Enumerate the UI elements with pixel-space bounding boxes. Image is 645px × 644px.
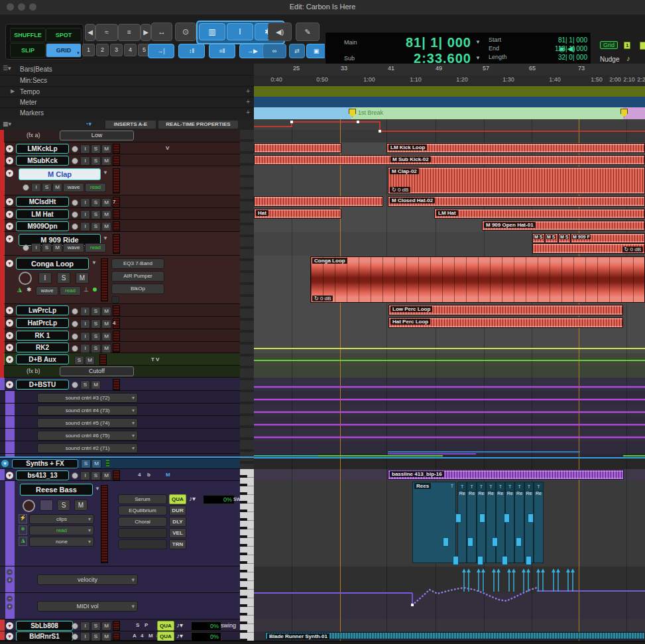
track-name-chip[interactable]: D+BSTU (16, 380, 69, 390)
meter-ruler[interactable] (254, 97, 645, 108)
trim-tool-button[interactable]: ▥ (199, 23, 225, 40)
record-enable-button[interactable] (72, 158, 78, 164)
m-button[interactable]: M (101, 621, 111, 631)
clip-reese-seg[interactable]: TRe (486, 482, 495, 563)
clip-reese-seg[interactable]: TRe (534, 482, 543, 563)
input-monitor-icon[interactable]: ◮ (17, 286, 22, 293)
lane-dropdown-icon[interactable]: ▾ (132, 431, 135, 440)
track-collapse-icon[interactable]: ▼ (6, 170, 13, 177)
m-button[interactable]: M (101, 319, 111, 329)
track-name-chip[interactable]: LMKckLp (16, 144, 69, 154)
zoom-left-arrow-button[interactable]: ◀ (85, 24, 95, 41)
m-button[interactable]: M (101, 471, 111, 480)
midi-note[interactable] (477, 556, 483, 565)
m-button[interactable]: M (91, 459, 101, 468)
controller-lane-selector[interactable]: sound cntrl #5 (74)▾ (37, 418, 138, 428)
clip-ride-m-909-f[interactable]: M 909 F (571, 233, 645, 243)
clip-reese-seg[interactable]: TRe (467, 482, 476, 563)
clip-reese-seg[interactable]: TRe (514, 482, 524, 563)
quantize-note-icon[interactable]: ♪▾ (176, 621, 183, 629)
s-button[interactable]: S (74, 356, 84, 365)
clip-reese-main[interactable]: ReesT (412, 482, 456, 563)
insert-slot-empty[interactable] (111, 296, 119, 303)
m-button[interactable]: M (101, 632, 111, 641)
controller-lane-selector[interactable]: sound cntrl #2 (71)▾ (37, 443, 138, 453)
m-button[interactable]: M (101, 344, 111, 353)
clip-m-909-open-hat-01[interactable]: M 909 Open Hat-01 (482, 221, 645, 231)
zoom-right-arrow-button[interactable]: ▶ (141, 24, 151, 41)
clips-selector[interactable]: clips▾ (29, 514, 94, 524)
track-collapse-icon[interactable]: ▼ (6, 260, 13, 267)
lane-dropdown-icon[interactable]: ▾ (132, 406, 135, 415)
scrubber-tool-button[interactable]: ◀) (268, 23, 292, 41)
lane-icon-0[interactable]: ⚡ (19, 514, 27, 523)
nudge-note-icon[interactable]: ♪ (626, 54, 630, 62)
clip-lmkcklp[interactable] (254, 143, 341, 153)
mode-button-shuffle[interactable]: SHUFFLE (10, 28, 46, 42)
midi-note[interactable] (516, 537, 522, 547)
clip-ride-m-s[interactable]: M S (532, 233, 545, 243)
main-counter[interactable]: 81| 1| 000 (365, 35, 471, 50)
i-button[interactable]: I (31, 243, 41, 252)
quantize-note-icon[interactable]: ♪▾ (176, 632, 183, 639)
track-name-dropdown-icon[interactable]: ▼ (103, 235, 108, 241)
record-enable-button[interactable] (72, 199, 78, 206)
clip-bassline-413_bip-16[interactable]: bassline 413_bip-16 (388, 470, 624, 480)
s-button[interactable]: S (91, 319, 101, 329)
lane-dropdown-icon[interactable]: ▾ (132, 444, 135, 453)
fx-lane-param-button[interactable]: Low (60, 131, 134, 140)
i-button[interactable]: I (38, 272, 52, 284)
m-button[interactable]: M (101, 332, 111, 341)
record-enable-button[interactable] (72, 321, 78, 327)
lane-icon-2[interactable]: ◮ (19, 537, 27, 546)
lane-type-selector[interactable]: velocity▾ (37, 574, 138, 585)
clip-lm-kick-loop[interactable]: LM Kick Loop (386, 143, 645, 153)
insert-slot-airpumper[interactable]: AIR Pumper (111, 271, 164, 282)
realtime-properties-header[interactable]: REAL-TIME PROPERTIES (158, 120, 239, 129)
zoom-preset-4-button[interactable]: 4 (124, 44, 137, 56)
clip-m-clap-02[interactable]: M Clap-02↻ 0 dB (388, 167, 645, 194)
m-button[interactable]: M (101, 307, 111, 316)
grid-number[interactable]: 1 (624, 42, 630, 49)
clip-blade-runner-synth-01[interactable]: Blade Runner Synth-01 (265, 632, 645, 639)
i-button[interactable]: I (80, 144, 90, 154)
record-enable-button[interactable] (23, 500, 35, 512)
m-button[interactable]: M (101, 222, 111, 231)
grid-mode-dropdown-icon[interactable]: ▼ (76, 46, 80, 60)
m-button[interactable]: M (52, 183, 62, 192)
wave-view-button[interactable]: wave (36, 286, 58, 295)
midi-note[interactable] (526, 556, 532, 565)
end-value[interactable]: 113| 1| 000 (524, 45, 587, 52)
swing-value-box[interactable]: 0% (191, 621, 221, 631)
tab-to-transient-button[interactable]: →| (148, 44, 174, 58)
track-name-chip[interactable]: M Clap (19, 168, 101, 180)
m-button[interactable]: M (85, 356, 95, 365)
zoomer-tool-button[interactable]: ⊙ (175, 23, 196, 41)
m-button[interactable]: M (101, 210, 111, 219)
swing-value-box[interactable]: 0% (203, 495, 235, 504)
track-list-menu-icon[interactable]: ▦▾ (3, 121, 11, 127)
midi-note[interactable] (455, 513, 461, 523)
zoom-toggle-button[interactable]: ↔ (151, 23, 172, 41)
clip-ride-m-s[interactable]: M S (558, 233, 571, 243)
i-button[interactable]: I (80, 307, 90, 316)
insert-slot-empty[interactable] (118, 528, 167, 538)
tempo-expand-icon[interactable]: ▶ (11, 88, 15, 94)
link-track-edit-button[interactable]: ≡‖ (209, 44, 235, 58)
record-enable-button[interactable] (72, 146, 78, 152)
folder-collapse-icon[interactable]: ▼ (1, 460, 9, 467)
track-collapse-icon[interactable]: ▼ (6, 356, 13, 363)
lane-dropdown-icon[interactable]: ▾ (132, 419, 135, 427)
lane-minus-button[interactable]: − (7, 569, 13, 575)
track-collapse-icon[interactable]: ▼ (6, 381, 13, 388)
insert-slot-choral[interactable]: Choral (118, 517, 167, 527)
start-value[interactable]: 81| 1| 000 (524, 36, 587, 44)
i-button[interactable]: I (80, 156, 90, 166)
record-enable-button[interactable] (23, 184, 29, 191)
mode-button-slip[interactable]: SLIP (10, 43, 46, 58)
i-button[interactable]: I (80, 344, 90, 353)
insert-slot-equilibrium[interactable]: EQuilibrium (118, 506, 167, 515)
dropdown-icon[interactable]: ▾ (88, 526, 91, 535)
track-collapse-icon[interactable]: ▼ (6, 344, 13, 351)
track-name-chip[interactable]: MSubKck (16, 156, 69, 166)
